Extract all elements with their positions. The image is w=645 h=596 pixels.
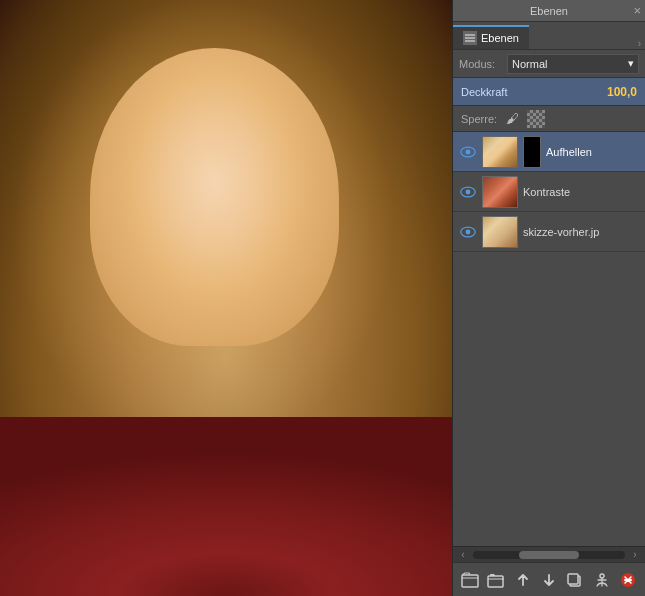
tab-ebenen[interactable]: Ebenen bbox=[453, 25, 529, 49]
svg-rect-2 bbox=[465, 40, 475, 42]
svg-point-4 bbox=[466, 149, 471, 154]
opacity-label: Deckkraft bbox=[461, 86, 607, 98]
panel-tabs: Ebenen › bbox=[453, 22, 645, 50]
scroll-thumb[interactable] bbox=[519, 551, 580, 559]
mode-label: Modus: bbox=[459, 58, 501, 70]
scroll-right-arrow[interactable]: › bbox=[629, 549, 641, 561]
lock-row: Sperre: 🖌 bbox=[453, 106, 645, 132]
scroll-track[interactable] bbox=[473, 551, 625, 559]
open-button[interactable] bbox=[484, 568, 508, 592]
svg-point-8 bbox=[466, 229, 471, 234]
svg-rect-10 bbox=[488, 576, 503, 587]
delete-button[interactable] bbox=[616, 568, 640, 592]
svg-rect-9 bbox=[462, 575, 478, 587]
layer-visibility-aufhellen[interactable] bbox=[459, 143, 477, 161]
layer-item-aufhellen[interactable]: Aufhellen bbox=[453, 132, 645, 172]
layer-name-aufhellen: Aufhellen bbox=[546, 146, 639, 158]
mode-dropdown-arrow: ▾ bbox=[628, 57, 634, 70]
svg-point-6 bbox=[466, 189, 471, 194]
panel-title: Ebenen bbox=[530, 5, 568, 17]
svg-rect-1 bbox=[465, 37, 475, 39]
move-down-button[interactable] bbox=[537, 568, 561, 592]
layer-name-kontraste: Kontraste bbox=[523, 186, 639, 198]
layers-panel: Ebenen × Ebenen › Modus: Normal ▾ Deckkr… bbox=[452, 0, 645, 596]
layer-thumb-skizze bbox=[482, 216, 518, 248]
layer-item-kontraste[interactable]: Kontraste bbox=[453, 172, 645, 212]
mode-select[interactable]: Normal ▾ bbox=[507, 54, 639, 74]
panel-toolbar bbox=[453, 562, 645, 596]
alpha-lock-icon[interactable] bbox=[527, 110, 545, 128]
main-canvas bbox=[0, 0, 452, 596]
tab-arrow[interactable]: › bbox=[638, 38, 645, 49]
opacity-row[interactable]: Deckkraft 100,0 bbox=[453, 78, 645, 106]
mode-row: Modus: Normal ▾ bbox=[453, 50, 645, 78]
close-button[interactable]: × bbox=[633, 4, 641, 17]
svg-rect-0 bbox=[465, 34, 475, 36]
layer-mask-aufhellen bbox=[523, 136, 541, 168]
duplicate-button[interactable] bbox=[563, 568, 587, 592]
layers-icon bbox=[463, 31, 477, 45]
layers-list: Aufhellen Kontraste bbox=[453, 132, 645, 546]
layer-visibility-kontraste[interactable] bbox=[459, 183, 477, 201]
panel-titlebar: Ebenen × bbox=[453, 0, 645, 22]
opacity-value: 100,0 bbox=[607, 85, 637, 99]
layer-item-skizze[interactable]: skizze-vorher.jp bbox=[453, 212, 645, 252]
scroll-bar-area[interactable]: ‹ › bbox=[453, 546, 645, 562]
layer-thumb-kontraste bbox=[482, 176, 518, 208]
scroll-left-arrow[interactable]: ‹ bbox=[457, 549, 469, 561]
paint-lock-icon[interactable]: 🖌 bbox=[503, 110, 521, 128]
svg-rect-12 bbox=[568, 574, 578, 584]
new-folder-button[interactable] bbox=[458, 568, 482, 592]
mode-value: Normal bbox=[512, 58, 547, 70]
tab-ebenen-label: Ebenen bbox=[481, 32, 519, 44]
layer-thumb-aufhellen bbox=[482, 136, 518, 168]
lock-label: Sperre: bbox=[461, 113, 497, 125]
layer-name-skizze: skizze-vorher.jp bbox=[523, 226, 639, 238]
move-up-button[interactable] bbox=[511, 568, 535, 592]
anchor-button[interactable] bbox=[590, 568, 614, 592]
layer-visibility-skizze[interactable] bbox=[459, 223, 477, 241]
